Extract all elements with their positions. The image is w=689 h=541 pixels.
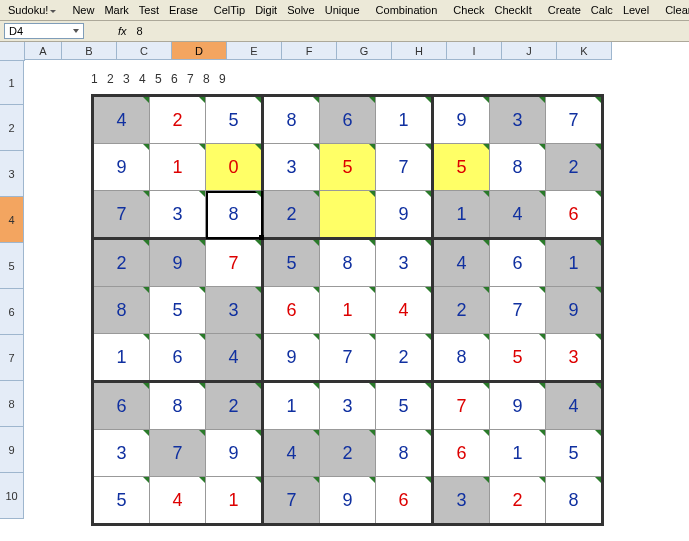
cell-r5c3[interactable]: 3 <box>206 287 263 334</box>
cell-r7c1[interactable]: 6 <box>93 382 150 430</box>
col-header-I[interactable]: I <box>447 42 502 60</box>
btn-checkit[interactable]: CheckIt <box>491 2 536 18</box>
btn-test[interactable]: Test <box>135 2 163 18</box>
cell-r5c6[interactable]: 4 <box>376 287 433 334</box>
cell-r8c7[interactable]: 6 <box>433 430 490 477</box>
cell-r9c6[interactable]: 6 <box>376 477 433 525</box>
cell-r5c7[interactable]: 2 <box>433 287 490 334</box>
row-header-9[interactable]: 9 <box>0 427 24 473</box>
cell-r9c3[interactable]: 1 <box>206 477 263 525</box>
cell-r6c9[interactable]: 3 <box>546 334 603 382</box>
cell-r7c5[interactable]: 3 <box>320 382 376 430</box>
cell-r1c2[interactable]: 2 <box>150 96 206 144</box>
cell-r8c2[interactable]: 7 <box>150 430 206 477</box>
cell-r4c1[interactable]: 2 <box>93 239 150 287</box>
row-header-10[interactable]: 10 <box>0 473 24 519</box>
col-header-C[interactable]: C <box>117 42 172 60</box>
btn-cleanup[interactable]: Cleanup <box>661 2 689 18</box>
cell-r6c6[interactable]: 2 <box>376 334 433 382</box>
select-all-corner[interactable] <box>0 42 25 61</box>
btn-celtip[interactable]: CelTip <box>210 2 249 18</box>
cell-r5c8[interactable]: 7 <box>490 287 546 334</box>
menu-sudoku[interactable]: Sudoku! <box>4 2 60 18</box>
cell-r8c9[interactable]: 5 <box>546 430 603 477</box>
btn-new[interactable]: New <box>68 2 98 18</box>
row-header-3[interactable]: 3 <box>0 151 24 197</box>
cell-r7c6[interactable]: 5 <box>376 382 433 430</box>
cell-r6c8[interactable]: 5 <box>490 334 546 382</box>
cell-r7c7[interactable]: 7 <box>433 382 490 430</box>
cell-r1c7[interactable]: 9 <box>433 96 490 144</box>
cell-r1c6[interactable]: 1 <box>376 96 433 144</box>
row-header-2[interactable]: 2 <box>0 105 24 151</box>
row-header-6[interactable]: 6 <box>0 289 24 335</box>
col-header-F[interactable]: F <box>282 42 337 60</box>
cell-r6c5[interactable]: 7 <box>320 334 376 382</box>
cell-r9c2[interactable]: 4 <box>150 477 206 525</box>
cell-r4c8[interactable]: 6 <box>490 239 546 287</box>
cell-r3c6[interactable]: 9 <box>376 191 433 239</box>
cell-r3c8[interactable]: 4 <box>490 191 546 239</box>
col-header-J[interactable]: J <box>502 42 557 60</box>
chevron-down-icon[interactable] <box>73 29 79 33</box>
btn-check[interactable]: Check <box>449 2 488 18</box>
cell-r4c7[interactable]: 4 <box>433 239 490 287</box>
btn-solve[interactable]: Solve <box>283 2 319 18</box>
cell-r9c1[interactable]: 5 <box>93 477 150 525</box>
btn-mark[interactable]: Mark <box>100 2 132 18</box>
col-header-K[interactable]: K <box>557 42 612 60</box>
cell-r6c7[interactable]: 8 <box>433 334 490 382</box>
btn-calc[interactable]: Calc <box>587 2 617 18</box>
cell-r1c3[interactable]: 5 <box>206 96 263 144</box>
cell-r2c7[interactable]: 5 <box>433 144 490 191</box>
btn-create[interactable]: Create <box>544 2 585 18</box>
cell-r7c2[interactable]: 8 <box>150 382 206 430</box>
cell-r9c9[interactable]: 8 <box>546 477 603 525</box>
cell-r1c1[interactable]: 4 <box>93 96 150 144</box>
cell-r2c1[interactable]: 9 <box>93 144 150 191</box>
cell-r6c2[interactable]: 6 <box>150 334 206 382</box>
cell-r9c4[interactable]: 7 <box>263 477 320 525</box>
row-header-8[interactable]: 8 <box>0 381 24 427</box>
sudoku-grid[interactable]: 4258619379103575827382914629758346185361… <box>91 94 604 526</box>
cell-r6c3[interactable]: 4 <box>206 334 263 382</box>
cell-r2c9[interactable]: 2 <box>546 144 603 191</box>
name-box[interactable]: D4 <box>4 23 84 39</box>
cell-r8c8[interactable]: 1 <box>490 430 546 477</box>
cell-r3c7[interactable]: 1 <box>433 191 490 239</box>
col-header-A[interactable]: A <box>25 42 62 60</box>
cell-r5c1[interactable]: 8 <box>93 287 150 334</box>
btn-unique[interactable]: Unique <box>321 2 364 18</box>
cell-r2c3[interactable]: 0 <box>206 144 263 191</box>
cell-r3c9[interactable]: 6 <box>546 191 603 239</box>
cell-r5c4[interactable]: 6 <box>263 287 320 334</box>
col-header-D[interactable]: D <box>172 42 227 60</box>
cell-r4c2[interactable]: 9 <box>150 239 206 287</box>
cell-r3c4[interactable]: 2 <box>263 191 320 239</box>
cell-r8c5[interactable]: 2 <box>320 430 376 477</box>
cell-r8c4[interactable]: 4 <box>263 430 320 477</box>
btn-level[interactable]: Level <box>619 2 653 18</box>
cell-r7c9[interactable]: 4 <box>546 382 603 430</box>
cell-r2c2[interactable]: 1 <box>150 144 206 191</box>
row-header-4[interactable]: 4 <box>0 197 24 243</box>
row-header-5[interactable]: 5 <box>0 243 24 289</box>
cell-r4c6[interactable]: 3 <box>376 239 433 287</box>
cell-r7c8[interactable]: 9 <box>490 382 546 430</box>
cell-r7c4[interactable]: 1 <box>263 382 320 430</box>
btn-combination[interactable]: Combination <box>372 2 442 18</box>
cell-r8c6[interactable]: 8 <box>376 430 433 477</box>
cell-r2c5[interactable]: 5 <box>320 144 376 191</box>
btn-digit[interactable]: Digit <box>251 2 281 18</box>
cell-r2c6[interactable]: 7 <box>376 144 433 191</box>
col-header-H[interactable]: H <box>392 42 447 60</box>
cell-r1c9[interactable]: 7 <box>546 96 603 144</box>
cell-r1c5[interactable]: 6 <box>320 96 376 144</box>
cell-r1c8[interactable]: 3 <box>490 96 546 144</box>
row-header-7[interactable]: 7 <box>0 335 24 381</box>
cell-r3c2[interactable]: 3 <box>150 191 206 239</box>
cell-r9c7[interactable]: 3 <box>433 477 490 525</box>
cell-r9c5[interactable]: 9 <box>320 477 376 525</box>
cell-r7c3[interactable]: 2 <box>206 382 263 430</box>
cell-r1c4[interactable]: 8 <box>263 96 320 144</box>
